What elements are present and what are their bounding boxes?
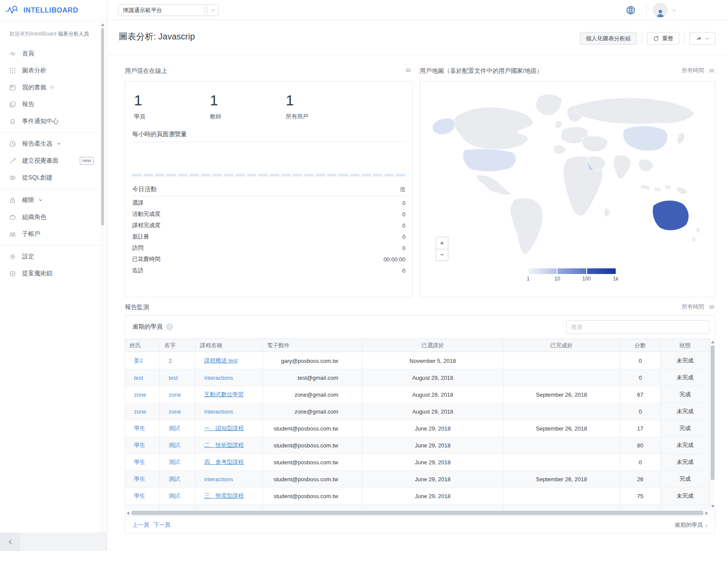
column-header[interactable]: 分數 — [620, 339, 661, 352]
table-cell-link[interactable]: 二、技術型課程 — [204, 441, 244, 449]
sidebar-item-grid[interactable]: 圖表分析 — [0, 62, 101, 79]
sidebar-item-plus-circle[interactable]: 提案魔術鈕 — [0, 265, 101, 282]
sidebar-collapse-button[interactable] — [0, 532, 20, 551]
monitoring-time-filter[interactable]: 所有時間 — [682, 303, 704, 311]
table-cell-link[interactable]: 三、態度型課程 — [204, 492, 244, 500]
score-cell: 0 — [620, 403, 661, 420]
help-icon[interactable]: ? — [166, 323, 173, 330]
country-usa[interactable] — [463, 149, 516, 172]
column-header[interactable]: 電子郵件 — [263, 339, 362, 352]
sidebar-item-bell[interactable]: 事件通知中心 — [0, 113, 101, 130]
table-cell-link[interactable]: interactions — [204, 476, 233, 483]
last-name-cell: 學生 — [125, 471, 160, 487]
hour-bar — [362, 174, 371, 176]
previous-page-link[interactable]: 上一頁 — [132, 521, 149, 529]
sidebar-scrollbar-thumb[interactable] — [101, 28, 104, 225]
completed-on-cell: September 26, 2018 — [503, 420, 620, 437]
table-cell-link[interactable]: 姜2 — [134, 357, 143, 365]
hour-bar — [201, 174, 210, 176]
horizontal-scrollbar-thumb[interactable] — [131, 511, 703, 515]
scroll-up-arrow-icon[interactable] — [101, 23, 104, 26]
table-cell-link[interactable]: zone — [169, 408, 181, 415]
brand-logo[interactable]: INTELLIBOARD — [0, 0, 107, 21]
hour-bar — [281, 174, 291, 176]
table-cell-link[interactable]: 測試 — [169, 458, 180, 466]
hamburger-menu-icon[interactable] — [405, 67, 411, 73]
sidebar-item-pulse[interactable]: 首頁 — [0, 45, 101, 62]
column-header[interactable]: 狀態 — [661, 339, 709, 352]
vertical-scrollbar-thumb[interactable] — [711, 346, 715, 480]
site-select[interactable]: 博識通示範平台 — [118, 4, 205, 16]
sidebar-item-venn[interactable]: 從SQL創建 — [0, 169, 101, 186]
table-cell-link[interactable]: test — [169, 375, 178, 381]
country-china[interactable] — [623, 126, 668, 151]
scroll-up-arrow-icon[interactable] — [711, 341, 715, 343]
map-zoom-out-button[interactable]: − — [436, 249, 448, 261]
scroll-down-arrow-icon[interactable] — [711, 505, 715, 508]
table-cell-link[interactable]: 學生 — [134, 458, 145, 466]
table-cell-link[interactable]: 2 — [169, 358, 172, 364]
enrolled-on-cell: August 28, 2018 — [362, 386, 503, 403]
table-horizontal-scrollbar[interactable] — [125, 510, 709, 516]
column-header[interactable]: 已完成於 — [503, 339, 620, 352]
table-cell-link[interactable]: 測試 — [169, 475, 180, 483]
sidebar-scrollbar[interactable] — [101, 22, 104, 532]
refresh-button[interactable]: 重整 — [647, 32, 679, 45]
table-cell-link[interactable]: 學生 — [134, 492, 145, 500]
map-zoom-in-button[interactable]: + — [436, 237, 448, 249]
table-cell-link[interactable]: 課程概述 test — [204, 357, 238, 365]
column-header[interactable]: 姓氏 — [125, 339, 160, 352]
table-cell-link[interactable]: 測試 — [169, 492, 180, 500]
table-search-input[interactable] — [566, 320, 709, 334]
sidebar-item-users[interactable]: 子帳戶 — [0, 225, 101, 242]
table-cell-link[interactable]: 互動式數位學習 — [204, 391, 244, 398]
table-cell-link[interactable]: test — [134, 375, 143, 381]
sidebar-item-briefcase[interactable]: 組織角色 — [0, 209, 101, 225]
hamburger-menu-icon[interactable] — [708, 68, 715, 74]
column-header[interactable]: 課程名稱 — [196, 339, 263, 352]
sidebar-item-bookmark[interactable]: 我的書籤 — [0, 79, 101, 96]
country-australia[interactable] — [653, 200, 689, 230]
hour-bar — [235, 174, 245, 176]
share-button[interactable] — [689, 32, 715, 45]
user-avatar[interactable] — [653, 3, 668, 17]
table-cell-link[interactable]: 學生 — [134, 475, 145, 483]
table-cell-link[interactable]: interactions — [204, 375, 233, 381]
scroll-left-arrow-icon[interactable] — [127, 512, 129, 515]
table-cell-link[interactable]: 學生 — [134, 424, 145, 432]
table-cell-link[interactable]: 測試 — [169, 441, 180, 449]
table-cell-link[interactable]: zone — [134, 408, 146, 415]
table-vertical-scrollbar[interactable] — [709, 339, 715, 510]
table-cell-link[interactable]: 四、會考型課程 — [204, 458, 244, 466]
column-header[interactable]: 已選課於 — [362, 339, 503, 352]
site-select-chevron[interactable] — [207, 4, 219, 16]
world-map[interactable] — [424, 84, 711, 268]
sidebar-item-gear[interactable]: 設定 — [0, 248, 101, 265]
sidebar-item-lock[interactable]: 權限 — [0, 192, 101, 209]
map-time-filter[interactable]: 所有時間 — [682, 67, 704, 75]
sidebar-item-wand[interactable]: 建立視覺畫面new — [0, 152, 101, 169]
sidebar-item-copy[interactable]: 報告 — [0, 96, 101, 113]
table-cell-link[interactable]: 學生 — [134, 441, 145, 449]
user-menu-chevron[interactable] — [672, 8, 676, 13]
personalize-dashboard-button[interactable]: 個人化圖表分析組 — [580, 32, 637, 45]
table-cell-link[interactable]: zone — [169, 391, 181, 398]
column-header[interactable]: 名字 — [160, 339, 196, 352]
status-cell: 未完成 — [661, 488, 709, 504]
scroll-right-arrow-icon[interactable] — [705, 512, 708, 515]
report-footer-link[interactable]: 逾期的學員 › — [675, 521, 708, 529]
language-globe-icon[interactable] — [626, 5, 636, 15]
sidebar-item-clock[interactable]: 報告產生器 — [0, 135, 101, 152]
table-cell-link[interactable]: 測試 — [169, 424, 180, 432]
next-page-link[interactable]: 下一頁 — [153, 521, 170, 529]
activity-row: 選課0 — [132, 197, 405, 209]
table-cell-link[interactable]: interactions — [204, 408, 233, 415]
hamburger-menu-icon[interactable] — [708, 304, 715, 310]
table-cell-link[interactable]: zone — [134, 391, 146, 398]
country-madagascar — [604, 208, 610, 216]
activity-value: 0 — [402, 211, 405, 218]
table-cell-link[interactable]: 一、認知型課程 — [204, 424, 244, 432]
gear-icon[interactable] — [49, 85, 55, 90]
stat-value: 1 — [210, 92, 286, 109]
activity-row: 新註冊0 — [132, 231, 405, 242]
